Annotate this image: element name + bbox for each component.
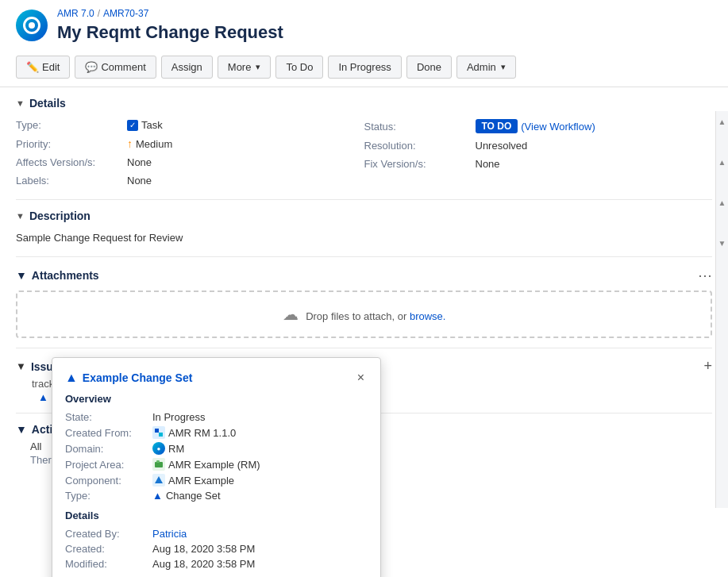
popup-projectarea-text: AMR Example (RM) <box>168 459 260 471</box>
popup-overview-title: Overview <box>65 393 368 405</box>
popup-domain-value: ● RM <box>152 442 184 455</box>
more-label: More <box>228 61 252 73</box>
issue-links-chevron: ▼ <box>16 360 26 372</box>
fixversion-label: Fix Version/s: <box>364 158 476 170</box>
view-workflow-link[interactable]: (View Workflow) <box>521 121 595 133</box>
page-title-text: My Reqmt Change Request <box>57 22 283 43</box>
breadcrumb-current[interactable]: AMR70-37 <box>103 8 148 19</box>
edit-icon: ✏️ <box>26 61 39 73</box>
inprogress-button[interactable]: In Progress <box>328 56 401 79</box>
svg-rect-3 <box>156 460 160 463</box>
description-text: Sample Change Request for Review <box>16 229 712 247</box>
right-scroll: ▲ ▲ ▲ ▼ <box>715 111 728 475</box>
resolution-value: Unresolved <box>476 140 528 152</box>
popup-createdfrom-label: Created From: <box>65 427 152 439</box>
priority-icon: ↑ <box>127 137 133 150</box>
attachments-chevron: ▼ <box>16 269 27 282</box>
resolution-label: Resolution: <box>364 140 476 152</box>
popup-component-row: Component: AMR Example <box>65 472 368 475</box>
breadcrumb-parent[interactable]: AMR 7.0 <box>57 8 94 19</box>
popup-component-text: AMR Example <box>168 475 234 476</box>
priority-value: ↑ Medium <box>127 137 172 150</box>
status-row: Status: TO DO (View Workflow) <box>364 116 713 137</box>
browse-link[interactable]: browse. <box>410 310 446 322</box>
type-text: Task <box>141 119 163 131</box>
popup-created-from-row: Created From: AMR RM 1.1.0 <box>65 425 368 440</box>
status-label: Status: <box>364 121 476 133</box>
popup-state-row: State: In Progress <box>65 410 368 425</box>
header-top: AMR 7.0 / AMR70-37 My Reqmt Change Reque… <box>0 0 728 48</box>
scroll-arrow-down[interactable]: ▲ <box>718 158 726 167</box>
cloud-icon: ☁ <box>283 306 299 323</box>
todo-button[interactable]: To Do <box>275 56 323 79</box>
scroll-arrow-down2[interactable]: ▲ <box>718 198 726 207</box>
popup-projectarea-value: AMR Example (RM) <box>152 458 260 471</box>
fixversion-row: Fix Version/s: None <box>364 155 713 173</box>
scroll-arrow-up[interactable]: ▲ <box>718 117 726 126</box>
breadcrumb-sep: / <box>98 8 100 19</box>
description-section: ▼ Description Sample Change Request for … <box>16 200 712 257</box>
edit-label: Edit <box>42 61 60 73</box>
comment-icon: 💬 <box>85 61 98 73</box>
details-section: ▼ Details Type: ✓ Task Priority: ↑ Mediu… <box>16 87 712 200</box>
details-left: Type: ✓ Task Priority: ↑ Medium Affects … <box>16 116 364 190</box>
popup-state-value: In Progress <box>152 411 205 423</box>
drop-text: Drop files to attach, or <box>306 310 406 322</box>
breadcrumb: AMR 7.0 / AMR70-37 <box>57 8 283 19</box>
popup-state-text: In Progress <box>152 411 205 423</box>
popup-tri-icon: ▲ <box>65 371 78 385</box>
fixversion-value: None <box>476 158 500 170</box>
popup-component-value: AMR Example <box>152 474 234 475</box>
popup-domain-label: Domain: <box>65 443 152 455</box>
add-issue-link-button[interactable]: + <box>703 358 712 375</box>
popup-close-button[interactable]: × <box>354 371 368 385</box>
toolbar: ✏️ Edit 💬 Comment Assign More To Do In P… <box>0 48 728 87</box>
scroll-arrow-down3[interactable]: ▼ <box>718 239 726 248</box>
popup-component-icon <box>152 474 165 475</box>
status-value: TO DO (View Workflow) <box>476 119 595 133</box>
affects-label: Affects Version/s: <box>16 156 127 168</box>
details-grid: Type: ✓ Task Priority: ↑ Medium Affects … <box>16 116 712 190</box>
more-button[interactable]: More <box>218 56 272 79</box>
header-text: AMR 7.0 / AMR70-37 My Reqmt Change Reque… <box>57 8 283 43</box>
attachments-more-icon[interactable]: ⋯ <box>698 267 712 284</box>
admin-label: Admin <box>467 61 496 73</box>
issue-links-tri: ▲ <box>38 391 48 403</box>
todo-label: To Do <box>286 61 313 73</box>
type-value: ✓ Task <box>127 119 163 131</box>
admin-button[interactable]: Admin <box>456 56 516 79</box>
details-section-header[interactable]: ▼ Details <box>16 97 712 110</box>
app-logo <box>16 10 48 41</box>
popup-projectarea-icon <box>152 458 165 471</box>
popup-projectarea-row: Project Area: AMR Example (RM) <box>65 456 368 472</box>
attachments-section-label: Attachments <box>32 269 99 282</box>
popup-domain-row: Domain: ● RM <box>65 440 368 456</box>
popup-header: ▲ Example Change Set × <box>65 371 368 385</box>
svg-rect-2 <box>155 462 163 467</box>
assign-button[interactable]: Assign <box>161 56 213 79</box>
priority-row: Priority: ↑ Medium <box>16 134 364 153</box>
priority-label: Priority: <box>16 138 127 150</box>
popup-createdfrom-text: AMR RM 1.1.0 <box>168 427 236 439</box>
popup-createdfrom-value: AMR RM 1.1.0 <box>152 426 236 439</box>
svg-rect-0 <box>155 429 159 433</box>
details-right: Status: TO DO (View Workflow) Resolution… <box>364 116 713 190</box>
app-logo-inner <box>23 17 40 34</box>
priority-text: Medium <box>136 138 172 150</box>
status-badge: TO DO <box>476 119 518 133</box>
drop-zone[interactable]: ☁ Drop files to attach, or browse. <box>16 290 712 338</box>
popup-rm-icon: ● <box>152 442 165 455</box>
popup-component-label: Component: <box>65 475 152 476</box>
edit-button[interactable]: ✏️ Edit <box>16 56 70 79</box>
done-label: Done <box>417 61 441 73</box>
activity-chevron: ▼ <box>16 423 27 436</box>
attachments-header-left[interactable]: ▼ Attachments <box>16 269 99 282</box>
comment-label: Comment <box>101 61 145 73</box>
task-icon: ✓ <box>127 120 138 131</box>
comment-button[interactable]: 💬 Comment <box>75 56 156 79</box>
done-button[interactable]: Done <box>406 56 452 79</box>
description-section-header[interactable]: ▼ Description <box>16 210 712 222</box>
assign-label: Assign <box>171 61 202 73</box>
popup-overlay: ▲ Example Change Set × Overview State: I… <box>52 357 381 475</box>
popup-domain-text: RM <box>168 443 184 455</box>
